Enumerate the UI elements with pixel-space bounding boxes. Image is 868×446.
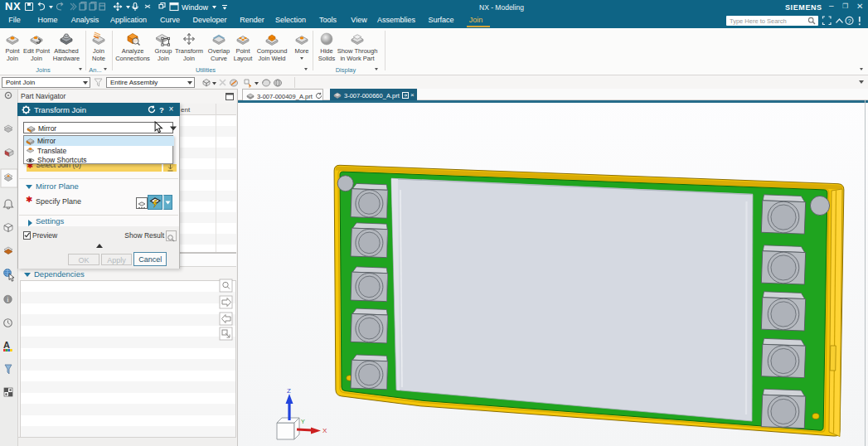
svg-text:A: A xyxy=(3,340,10,350)
svg-text:?: ? xyxy=(848,17,851,25)
svg-text:Y: Y xyxy=(301,419,305,424)
svg-text:X: X xyxy=(322,427,327,434)
svg-text:Window: Window xyxy=(182,3,209,12)
svg-text:Z: Z xyxy=(287,387,291,395)
